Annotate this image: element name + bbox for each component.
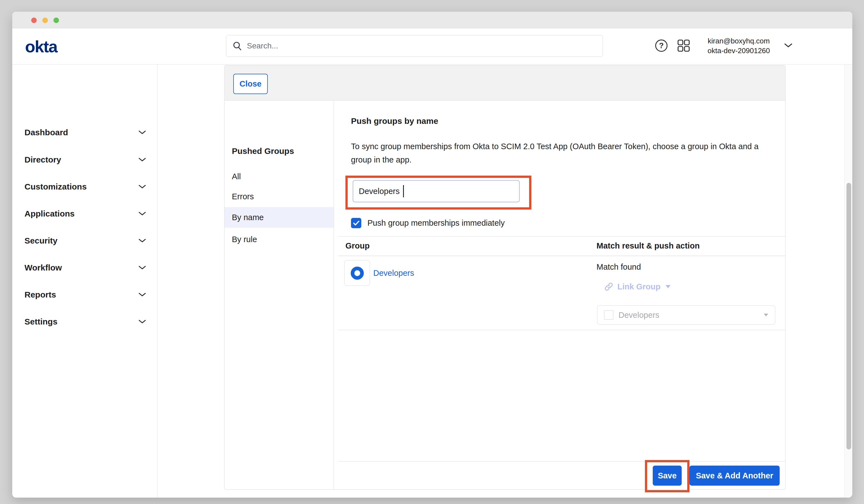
push-immediately-checkbox[interactable] (351, 218, 361, 228)
global-search[interactable] (226, 35, 603, 57)
push-groups-dialog: Close Pushed Groups All Errors By name B… (224, 65, 785, 490)
chevron-down-icon (138, 212, 146, 216)
sidebar-item-reports[interactable]: Reports (12, 285, 157, 305)
pushed-groups-nav: Pushed Groups All Errors By name By rule (225, 101, 334, 490)
push-by-name-form: Push groups by name To sync group member… (334, 101, 785, 490)
push-immediately-row: Push group memberships immediately (351, 218, 505, 228)
tab-by-rule[interactable]: By rule (225, 229, 334, 250)
group-logo-card (344, 260, 370, 286)
account-org: okta-dev-20901260 (698, 46, 780, 56)
checkmark-icon (353, 220, 360, 226)
sidebar: Dashboard Directory Customizations Appli… (12, 64, 158, 497)
sidebar-item-dashboard[interactable]: Dashboard (12, 122, 157, 143)
row-divider (338, 330, 785, 330)
chevron-down-icon (138, 184, 146, 189)
pushed-groups-title: Pushed Groups (232, 146, 294, 156)
minimize-window-icon[interactable] (42, 17, 48, 23)
save-and-add-another-button[interactable]: Save & Add Another (689, 466, 780, 485)
chevron-down-icon (138, 130, 146, 135)
group-placeholder-icon (604, 310, 613, 320)
scrollbar-track[interactable] (844, 64, 852, 497)
scrollbar-thumb[interactable] (847, 183, 851, 449)
tab-all[interactable]: All (225, 166, 334, 187)
save-button[interactable]: Save (653, 466, 682, 485)
column-header-group: Group (346, 241, 370, 251)
zoom-window-icon[interactable] (53, 17, 59, 23)
sidebar-item-directory[interactable]: Directory (12, 149, 157, 170)
okta-group-icon (351, 267, 364, 280)
match-status: Match found (597, 262, 641, 272)
table-divider (338, 256, 785, 256)
link-group-label: Link Group (617, 282, 661, 291)
sidebar-item-customizations[interactable]: Customizations (12, 177, 157, 197)
close-button[interactable]: Close (233, 74, 268, 94)
target-group-select[interactable]: Developers (597, 305, 775, 325)
push-immediately-label: Push group memberships immediately (368, 218, 505, 228)
screen: okta ? (0, 0, 864, 504)
close-window-icon[interactable] (31, 17, 37, 23)
chevron-down-icon (138, 157, 146, 162)
search-input[interactable] (247, 41, 597, 50)
dialog-toolbar (225, 65, 785, 100)
target-group-value: Developers (619, 311, 759, 320)
sidebar-item-settings[interactable]: Settings (12, 311, 157, 332)
account-email: kiran@boxyhq.com (698, 36, 780, 46)
chevron-down-icon[interactable] (784, 43, 793, 48)
help-button[interactable]: ? (655, 39, 668, 52)
form-description: To sync group memberships from Okta to S… (351, 140, 766, 166)
link-group-dropdown[interactable]: Link Group (604, 282, 671, 291)
apps-grid-button[interactable] (677, 39, 690, 52)
sidebar-item-workflow[interactable]: Workflow (12, 257, 157, 278)
window-titlebar (12, 12, 852, 28)
table-divider (338, 236, 785, 237)
text-cursor (403, 185, 404, 197)
grid-icon (677, 39, 690, 52)
link-icon (604, 282, 613, 291)
account-menu[interactable]: kiran@boxyhq.com okta-dev-20901260 (698, 36, 780, 56)
column-header-match: Match result & push action (597, 241, 700, 251)
okta-logo[interactable]: okta (25, 37, 57, 56)
group-name-input[interactable] (353, 180, 520, 202)
tab-errors[interactable]: Errors (225, 186, 334, 207)
chevron-down-icon (138, 320, 146, 324)
chevron-down-icon (138, 239, 146, 243)
sidebar-item-applications[interactable]: Applications (12, 203, 157, 224)
form-heading: Push groups by name (351, 116, 438, 126)
search-icon (232, 41, 242, 51)
tab-by-name[interactable]: By name (225, 207, 334, 228)
chevron-down-icon (138, 292, 146, 297)
footer-divider (338, 461, 785, 461)
group-name-link[interactable]: Developers (373, 268, 414, 278)
app-header: okta ? (12, 28, 852, 64)
caret-down-icon (665, 285, 671, 288)
sidebar-item-security[interactable]: Security (12, 230, 157, 251)
question-mark-icon: ? (659, 41, 664, 50)
chevron-down-icon (138, 265, 146, 270)
caret-down-icon (764, 314, 768, 316)
browser-window: okta ? (12, 12, 852, 497)
